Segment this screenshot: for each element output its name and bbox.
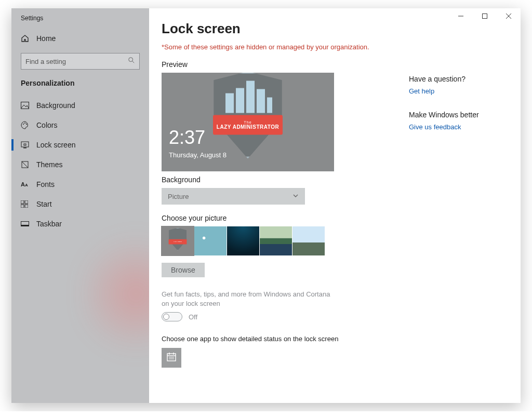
right-column: Have a question? Get help Make Windows b… xyxy=(409,8,521,403)
picture-thumb-2[interactable] xyxy=(194,226,227,255)
main-column: Lock screen *Some of these settings are … xyxy=(149,8,409,403)
badge-top-text: The xyxy=(244,120,251,124)
sidebar-item-fonts[interactable]: AA Fonts xyxy=(11,174,149,194)
fun-facts-toggle-row: Off xyxy=(162,312,396,321)
background-value: Picture xyxy=(168,193,189,200)
svg-rect-15 xyxy=(21,225,29,226)
taskbar-icon xyxy=(21,221,29,226)
picture-thumb-5[interactable] xyxy=(292,226,325,255)
svg-rect-11 xyxy=(25,200,28,204)
feedback-link[interactable]: Give us feedback xyxy=(409,123,461,131)
home-label: Home xyxy=(36,34,56,43)
sidebar-item-label: Taskbar xyxy=(36,220,62,228)
home-icon xyxy=(21,34,29,43)
preview-time: 2:37 xyxy=(169,127,205,149)
svg-point-3 xyxy=(23,124,24,125)
start-icon xyxy=(21,200,29,208)
sidebar-item-label: Lock screen xyxy=(36,141,75,149)
picture-thumb-1[interactable]: LAZY ADMIN xyxy=(162,226,194,255)
fun-facts-toggle[interactable] xyxy=(162,312,182,321)
background-label: Background xyxy=(162,176,396,184)
fun-facts-state: Off xyxy=(189,313,197,321)
themes-icon xyxy=(21,160,29,169)
close-button[interactable] xyxy=(497,8,521,24)
question-heading: Have a question? xyxy=(409,75,510,83)
picture-thumb-4[interactable] xyxy=(260,226,292,255)
svg-rect-17 xyxy=(483,14,487,19)
search-placeholder: Find a setting xyxy=(25,58,66,65)
sidebar-item-lock-screen[interactable]: Lock screen xyxy=(11,135,149,155)
background-dropdown[interactable]: Picture xyxy=(162,188,305,205)
svg-point-0 xyxy=(129,58,133,62)
minimize-button[interactable] xyxy=(449,8,473,24)
palette-icon xyxy=(21,121,29,129)
search-icon xyxy=(128,57,135,66)
detailed-status-label: Choose one app to show detailed status o… xyxy=(162,335,396,343)
sidebar: Settings Home Find a setting Personaliza… xyxy=(11,8,149,403)
org-warning: *Some of these settings are hidden or ma… xyxy=(162,43,396,51)
window-title: Settings xyxy=(11,11,149,28)
improve-heading: Make Windows better xyxy=(409,111,510,119)
browse-button[interactable]: Browse xyxy=(162,263,205,277)
lock-screen-icon xyxy=(21,141,29,149)
titlebar-controls xyxy=(449,8,521,24)
picture-thumbs: LAZY ADMIN xyxy=(162,226,396,255)
preview-badge: The LAZY ADMINISTRATOR xyxy=(210,73,286,159)
svg-point-5 xyxy=(26,124,27,125)
choose-picture-label: Choose your picture xyxy=(162,214,396,222)
calendar-icon xyxy=(166,352,177,364)
svg-rect-8 xyxy=(24,144,26,145)
sidebar-item-background[interactable]: Background xyxy=(11,96,149,115)
page-title: Lock screen xyxy=(162,21,396,37)
svg-rect-2 xyxy=(21,102,29,109)
badge-main-text: LAZY ADMINISTRATOR xyxy=(217,124,279,130)
svg-rect-10 xyxy=(21,200,24,204)
skyline-graphic xyxy=(224,80,271,113)
picture-thumb-3[interactable] xyxy=(227,226,259,255)
sidebar-item-label: Background xyxy=(36,101,75,110)
svg-rect-6 xyxy=(21,142,29,147)
svg-rect-12 xyxy=(21,205,24,208)
sidebar-item-start[interactable]: Start xyxy=(11,194,149,214)
svg-rect-13 xyxy=(25,205,28,208)
preview-date: Thursday, August 8 xyxy=(169,151,227,159)
fonts-icon: AA xyxy=(21,181,29,187)
picture-icon xyxy=(21,102,29,109)
sidebar-item-taskbar[interactable]: Taskbar xyxy=(11,214,149,234)
sidebar-item-label: Colors xyxy=(36,121,57,129)
sidebar-item-colors[interactable]: Colors xyxy=(11,115,149,135)
preview-label: Preview xyxy=(162,60,396,69)
svg-rect-7 xyxy=(23,147,26,149)
chevron-down-icon xyxy=(292,193,299,200)
search-input[interactable]: Find a setting xyxy=(21,53,140,70)
lockscreen-preview: The LAZY ADMINISTRATOR 2:37 Thursday, Au… xyxy=(162,73,334,171)
detailed-status-app-button[interactable] xyxy=(162,348,181,368)
nav-list: Background Colors Lock screen Themes AA … xyxy=(11,96,149,234)
sidebar-item-label: Start xyxy=(36,200,52,208)
fun-facts-hint: Get fun facts, tips, and more from Windo… xyxy=(162,290,333,308)
svg-point-4 xyxy=(24,123,25,124)
settings-window: Settings Home Find a setting Personaliza… xyxy=(11,8,521,403)
get-help-link[interactable]: Get help xyxy=(409,87,434,95)
home-link[interactable]: Home xyxy=(11,28,149,49)
category-label: Personalization xyxy=(11,76,149,96)
sidebar-item-themes[interactable]: Themes xyxy=(11,155,149,174)
maximize-button[interactable] xyxy=(473,8,497,24)
svg-line-1 xyxy=(132,61,135,63)
sidebar-item-label: Fonts xyxy=(36,180,55,188)
sidebar-item-label: Themes xyxy=(36,160,63,169)
content: Lock screen *Some of these settings are … xyxy=(149,8,521,403)
